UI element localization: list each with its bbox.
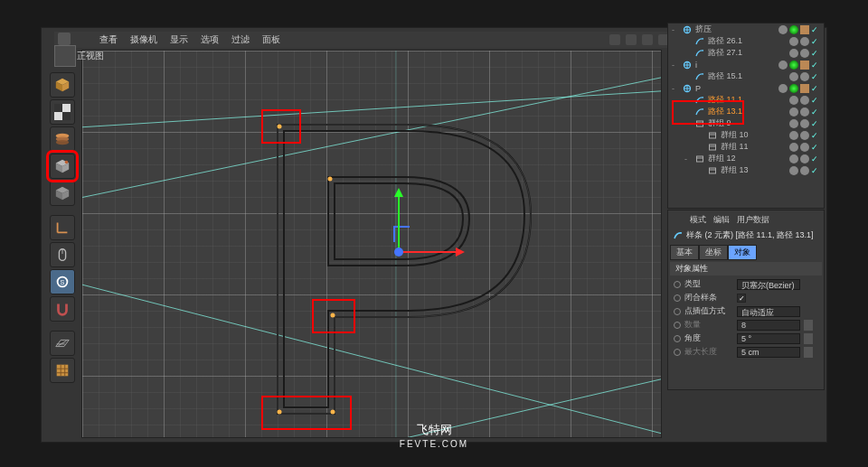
object-name[interactable]: 群组 10: [721, 129, 749, 141]
object-tags[interactable]: ✓: [789, 117, 820, 129]
spline-icon: [695, 49, 704, 58]
object-row[interactable]: 路径 27.1✓: [668, 47, 824, 59]
object-tags[interactable]: ✓: [778, 23, 820, 35]
svg-rect-47: [710, 145, 716, 150]
radio-icon[interactable]: [674, 335, 681, 342]
axis-plane-icon[interactable]: [393, 226, 410, 242]
object-name[interactable]: 群组 13: [721, 164, 749, 176]
object-row[interactable]: 群组 11✓: [668, 141, 824, 153]
type-dropdown[interactable]: 贝塞尔(Bezier): [737, 279, 800, 290]
spinner-icon: [804, 347, 813, 358]
attribute-manager[interactable]: 模式 编辑 用户数据 样条 (2 元素) [路径 11.1, 路径 13.1] …: [667, 210, 825, 390]
subtab-coord[interactable]: 坐标: [699, 245, 728, 260]
object-name[interactable]: 路径 27.1: [708, 47, 742, 59]
object-tags[interactable]: ✓: [789, 106, 820, 117]
subtab-basic[interactable]: 基本: [670, 245, 699, 260]
object-tags[interactable]: ✓: [778, 59, 820, 70]
nav-move-icon[interactable]: [609, 34, 620, 45]
object-name[interactable]: 群组 12: [708, 153, 736, 164]
menu-camera[interactable]: 摄像机: [130, 33, 157, 46]
radio-icon[interactable]: [674, 281, 681, 288]
panel-handle-icon[interactable]: [674, 214, 683, 223]
tree-toggle-icon[interactable]: -: [672, 61, 679, 70]
spinner-icon[interactable]: [804, 333, 813, 344]
object-tags[interactable]: ✓: [789, 35, 820, 47]
object-tags[interactable]: ✓: [789, 70, 820, 82]
group-icon: [708, 131, 717, 140]
svg-rect-49: [697, 156, 703, 162]
object-name[interactable]: 挤压: [695, 23, 712, 35]
object-manager[interactable]: -挤压✓路径 26.1✓路径 27.1✓-i✓路径 15.1✓-P✓路径 11.…: [667, 23, 825, 209]
object-row[interactable]: 群组 13✓: [668, 164, 824, 176]
object-tags[interactable]: ✓: [789, 129, 820, 141]
object-row[interactable]: -群组 12✓: [668, 153, 824, 164]
object-name[interactable]: 群组 11: [721, 141, 749, 153]
object-row[interactable]: 路径 26.1✓: [668, 35, 824, 47]
object-tags[interactable]: ✓: [778, 82, 820, 94]
tool-mouse-icon[interactable]: [50, 242, 75, 267]
null-icon: [683, 84, 692, 93]
nav-rotate-icon[interactable]: [642, 34, 653, 45]
object-manager-highlight: [672, 100, 744, 125]
tree-toggle-icon[interactable]: -: [672, 25, 679, 34]
tool-checker-icon[interactable]: [50, 99, 75, 125]
viewport-front[interactable]: [81, 50, 662, 438]
object-tags[interactable]: ✓: [789, 141, 820, 153]
spline-icon: [695, 37, 704, 46]
axis-origin-icon[interactable]: [394, 248, 403, 257]
object-tags[interactable]: ✓: [789, 153, 820, 164]
attr-tab-edit[interactable]: 编辑: [713, 214, 730, 226]
angle-field[interactable]: 5 °: [737, 333, 800, 344]
menu-panel[interactable]: 面板: [262, 33, 280, 46]
tool-model-mode[interactable]: [50, 154, 75, 179]
attr-row-angle: 角度 5 °: [670, 332, 822, 345]
view-menu-bar: 查看 摄像机 显示 选项 过滤 面板: [54, 32, 678, 48]
radio-icon: [674, 322, 681, 329]
attr-tab-userdata[interactable]: 用户数据: [737, 214, 769, 226]
radio-icon[interactable]: [674, 294, 681, 302]
tree-toggle-icon[interactable]: -: [684, 154, 692, 163]
left-toolbar: S: [50, 72, 77, 383]
panel-handle-icon[interactable]: [58, 33, 71, 45]
attr-tabs: 模式 编辑 用户数据: [670, 212, 822, 228]
object-tags[interactable]: ✓: [789, 94, 820, 106]
tool-axis-icon[interactable]: [50, 215, 75, 240]
object-row[interactable]: 群组 10✓: [668, 129, 824, 141]
object-name[interactable]: 路径 15.1: [708, 70, 742, 82]
object-row[interactable]: -P✓: [668, 82, 824, 94]
object-row[interactable]: 路径 15.1✓: [668, 70, 824, 82]
tool-layers-icon[interactable]: [50, 126, 75, 152]
axis-y-arrow[interactable]: [398, 195, 400, 254]
menu-filter[interactable]: 过滤: [231, 33, 250, 46]
menu-display[interactable]: 显示: [170, 33, 188, 46]
object-name[interactable]: i: [695, 61, 697, 70]
menu-options[interactable]: 选项: [201, 33, 219, 46]
axis-x-arrow[interactable]: [399, 251, 458, 253]
svg-rect-51: [710, 168, 716, 173]
attr-tab-mode[interactable]: 模式: [690, 214, 706, 226]
menu-view[interactable]: 查看: [99, 33, 118, 46]
object-row[interactable]: -i✓: [668, 59, 824, 70]
radio-icon[interactable]: [674, 308, 681, 315]
group-icon: [695, 154, 704, 163]
object-name[interactable]: 路径 26.1: [708, 35, 742, 47]
attr-row-maxlen: 最大长度 5 cm: [670, 345, 822, 359]
tool-grid-icon[interactable]: [50, 358, 75, 383]
tool-object-mode[interactable]: [50, 181, 75, 206]
tool-cube-icon[interactable]: [50, 72, 75, 98]
closed-checkbox[interactable]: ✓: [737, 294, 746, 303]
tool-workplane-icon[interactable]: [50, 331, 75, 356]
tool-snap-icon[interactable]: S: [50, 269, 75, 294]
group-icon: [708, 166, 717, 175]
subtab-object[interactable]: 对象: [728, 245, 757, 260]
object-name[interactable]: P: [695, 84, 701, 93]
nav-zoom-icon[interactable]: [626, 34, 637, 45]
tool-magnet-icon[interactable]: [50, 296, 75, 322]
interp-dropdown[interactable]: 自动适应: [737, 306, 800, 317]
object-tags[interactable]: ✓: [789, 164, 820, 176]
tree-toggle-icon[interactable]: -: [672, 84, 679, 93]
object-row[interactable]: -挤压✓: [668, 23, 824, 35]
highlight-box-3: [261, 396, 352, 430]
object-tags[interactable]: ✓: [789, 47, 820, 59]
attr-title: 样条 (2 元素) [路径 11.1, 路径 13.1]: [670, 228, 822, 243]
